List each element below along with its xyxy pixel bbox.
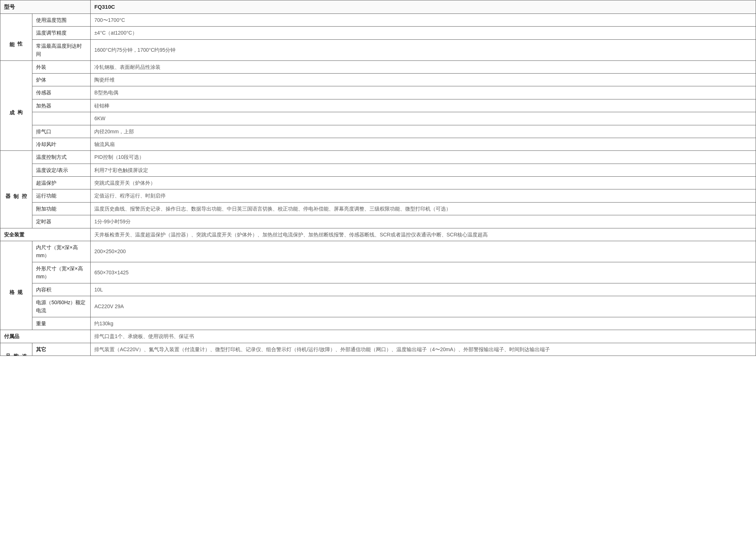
value-cell: 1分-99小时59分 — [91, 215, 756, 228]
table-row: 排气口 内径20mm，上部 — [0, 125, 756, 138]
sub-label: 运行功能 — [32, 189, 91, 202]
options-row: 选购品 其它 排气装置（AC220V）、氮气导入装置（付流量计）、微型打印机、记… — [0, 343, 756, 356]
table-row: 构成 外装 冷轧钢板、表面耐药品性涂装 — [0, 60, 756, 73]
model-label: 型号 — [0, 0, 91, 14]
table-row: 重量 约130kg — [0, 317, 756, 330]
value-cell: PID控制（10段可选） — [91, 151, 756, 164]
value-cell: 轴流风扇 — [91, 138, 756, 150]
sub-label: 内尺寸（宽×深×高mm） — [32, 241, 91, 262]
table-row: 外形尺寸（宽×深×高mm） 650×703×1425 — [0, 262, 756, 283]
sub-label: 加热器 — [32, 99, 91, 112]
table-row: 控制器 温度控制方式 PID控制（10段可选） — [0, 151, 756, 164]
table-row: 温度设定/表示 利用7寸彩色触摸屏设定 — [0, 164, 756, 176]
value-cell: 1600°C约75分钟，1700°C约95分钟 — [91, 39, 756, 60]
table-row: 冷却风叶 轴流风扇 — [0, 138, 756, 150]
table-row: 内容积 10L — [0, 283, 756, 296]
value-cell: B型热电偶 — [91, 86, 756, 99]
table-row: 规格 内尺寸（宽×深×高mm） 200×250×200 — [0, 241, 756, 262]
value-cell: 温度历史曲线、报警历史记录、操作日志、数据导出功能、中日英三国语言切换、校正功能… — [91, 202, 756, 215]
sub-label: 电源（50/60Hz）额定电流 — [32, 296, 91, 317]
table-row: 传感器 B型热电偶 — [0, 86, 756, 99]
value-cell: 200×250×200 — [91, 241, 756, 262]
spec-table: 型号 FQ310C 性能 使用温度范围 700〜1700°C 温度调节精度 ±4… — [0, 0, 756, 356]
value-cell: 定值运行、程序运行、时刻启停 — [91, 189, 756, 202]
table-row: 加热器 硅钼棒 — [0, 99, 756, 112]
value-cell: 利用7寸彩色触摸屏设定 — [91, 164, 756, 176]
sub-label — [32, 112, 91, 125]
category-goucheng: 构成 — [0, 60, 32, 151]
table-row: 炉体 陶瓷纤维 — [0, 73, 756, 86]
sub-label: 附加功能 — [32, 202, 91, 215]
safety-value: 天井板检查开关、温度超温保护（温控器）、突跳式温度开关（炉体外）、加热丝过电流保… — [91, 228, 756, 241]
table-row: 定时器 1分-99小时59分 — [0, 215, 756, 228]
sub-label: 冷却风叶 — [32, 138, 91, 150]
table-row: 运行功能 定值运行、程序运行、时刻启停 — [0, 189, 756, 202]
table-row: 超温保护 突跳式温度开关（炉体外） — [0, 177, 756, 189]
sub-label: 排气口 — [32, 125, 91, 138]
table-row: 附加功能 温度历史曲线、报警历史记录、操作日志、数据导出功能、中日英三国语言切换… — [0, 202, 756, 215]
sub-label: 使用温度范围 — [32, 14, 91, 27]
category-kongzhiqi: 控制器 — [0, 151, 32, 228]
value-cell: ±4°C（at1200°C） — [91, 27, 756, 39]
value-cell: 6KW — [91, 112, 756, 125]
sub-label: 内容积 — [32, 283, 91, 296]
value-cell: 650×703×1425 — [91, 262, 756, 283]
sub-label: 外装 — [32, 60, 91, 73]
sub-label: 外形尺寸（宽×深×高mm） — [32, 262, 91, 283]
sub-label: 温度调节精度 — [32, 27, 91, 39]
accessories-row: 付属品 排气口盖1个、承烧板、使用说明书、保证书 — [0, 330, 756, 343]
accessories-value: 排气口盖1个、承烧板、使用说明书、保证书 — [91, 330, 756, 343]
options-value: 排气装置（AC220V）、氮气导入装置（付流量计）、微型打印机、记录仪、组合警示… — [91, 343, 756, 356]
value-cell: AC220V 29A — [91, 296, 756, 317]
sub-label: 超温保护 — [32, 177, 91, 189]
category-xuangoupin: 选购品 — [0, 343, 32, 356]
value-cell: 10L — [91, 283, 756, 296]
table-row: 常温最高温度到达时间 1600°C约75分钟，1700°C约95分钟 — [0, 39, 756, 60]
accessories-label: 付属品 — [0, 330, 91, 343]
value-cell: 冷轧钢板、表面耐药品性涂装 — [91, 60, 756, 73]
value-cell: 内径20mm，上部 — [91, 125, 756, 138]
table-row: 6KW — [0, 112, 756, 125]
table-row: 性能 使用温度范围 700〜1700°C — [0, 14, 756, 27]
value-cell: 硅钼棒 — [91, 99, 756, 112]
options-sub: 其它 — [32, 343, 91, 356]
safety-row: 安全装置 天井板检查开关、温度超温保护（温控器）、突跳式温度开关（炉体外）、加热… — [0, 228, 756, 241]
category-xineng: 性能 — [0, 14, 32, 61]
sub-label: 定时器 — [32, 215, 91, 228]
sub-label: 炉体 — [32, 73, 91, 86]
sub-label: 传感器 — [32, 86, 91, 99]
category-guige: 规格 — [0, 241, 32, 330]
sub-label: 重量 — [32, 317, 91, 330]
table-row: 电源（50/60Hz）额定电流 AC220V 29A — [0, 296, 756, 317]
value-cell: 约130kg — [91, 317, 756, 330]
sub-label: 温度控制方式 — [32, 151, 91, 164]
value-cell: 700〜1700°C — [91, 14, 756, 27]
table-row: 温度调节精度 ±4°C（at1200°C） — [0, 27, 756, 39]
value-cell: 陶瓷纤维 — [91, 73, 756, 86]
model-value: FQ310C — [91, 0, 756, 14]
value-cell: 突跳式温度开关（炉体外） — [91, 177, 756, 189]
model-row: 型号 FQ310C — [0, 0, 756, 14]
sub-label: 温度设定/表示 — [32, 164, 91, 176]
sub-label: 常温最高温度到达时间 — [32, 39, 91, 60]
safety-label: 安全装置 — [0, 228, 91, 241]
